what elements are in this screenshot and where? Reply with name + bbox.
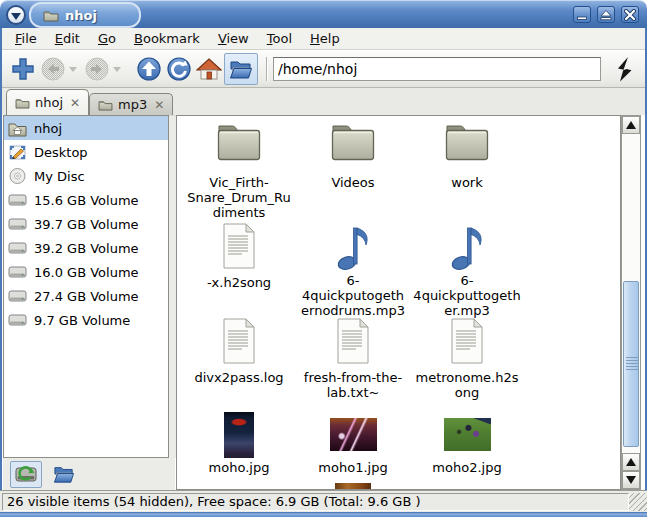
sidebar-item-volume-3[interactable]: 39.2 GB Volume xyxy=(4,236,168,260)
hard-drive-icon xyxy=(8,265,27,279)
status-bar: 26 visible items (54 hidden), Free space… xyxy=(0,490,647,512)
folder-icon xyxy=(329,122,377,164)
file-item[interactable]: Videos xyxy=(296,122,410,222)
forward-arrow-icon xyxy=(84,56,110,82)
sidebar-item-my-disc[interactable]: My Disc xyxy=(4,164,168,188)
menu-edit[interactable]: Edit xyxy=(46,29,89,48)
folder-icon xyxy=(443,122,491,164)
window-title: nhoj xyxy=(65,8,97,23)
quick-tool-button[interactable] xyxy=(609,54,639,84)
sidebar-item-volume-2[interactable]: 39.7 GB Volume xyxy=(4,212,168,236)
new-tab-button[interactable] xyxy=(8,54,38,84)
sidebar-item-volume-1[interactable]: 15.6 GB Volume xyxy=(4,188,168,212)
scroll-up-button-bottom[interactable] xyxy=(622,453,640,471)
file-item[interactable]: divx2pass.log xyxy=(182,317,296,409)
scroll-up-button[interactable] xyxy=(622,116,640,134)
file-name: -x.h2song xyxy=(184,275,294,290)
sidebar-item-label: My Disc xyxy=(34,169,85,184)
file-item[interactable]: moho1.jpg xyxy=(296,409,410,487)
sidebar-item-volume-4[interactable]: 16.0 GB Volume xyxy=(4,260,168,284)
text-file-icon xyxy=(220,317,258,365)
file-item[interactable]: work xyxy=(410,122,524,222)
menu-view[interactable]: View xyxy=(209,29,258,48)
toolbar-separator xyxy=(266,57,267,81)
scrollbar-grip xyxy=(626,357,638,371)
pane-splitter[interactable] xyxy=(169,115,176,458)
file-manager-window: nhoj File Edit xyxy=(0,0,647,517)
resize-grip-icon[interactable] xyxy=(629,493,647,511)
home-folder-icon xyxy=(8,120,27,137)
open-folder-button[interactable] xyxy=(224,53,258,85)
text-file-icon xyxy=(220,222,258,270)
scroll-down-button[interactable] xyxy=(622,471,640,489)
file-item[interactable]: 6-4quickputogethernodrums.mp3 xyxy=(296,222,410,317)
file-name: Videos xyxy=(298,175,408,190)
folder-icon xyxy=(43,9,59,22)
window-menu-button[interactable] xyxy=(6,5,26,25)
file-item[interactable]: moho2.jpg xyxy=(410,409,524,487)
menu-bookmark[interactable]: Bookmark xyxy=(125,29,209,48)
file-name: metronome.h2song xyxy=(412,370,522,400)
address-bar-input[interactable] xyxy=(273,57,601,81)
up-arrow-icon xyxy=(626,121,636,129)
menu-tool[interactable]: Tool xyxy=(258,29,301,48)
minimize-button[interactable] xyxy=(573,6,591,23)
cd-disc-icon xyxy=(8,167,27,185)
file-item[interactable]: moho.jpg xyxy=(182,409,296,487)
down-arrow-icon xyxy=(626,476,636,484)
title-bar[interactable]: nhoj xyxy=(0,0,647,28)
menu-file[interactable]: File xyxy=(6,29,46,48)
back-button[interactable] xyxy=(38,54,68,84)
text-file-icon xyxy=(448,317,486,365)
file-name: Vic_Firth-Snare_Drum_Rudiments xyxy=(184,175,294,220)
reload-icon xyxy=(166,56,192,82)
sidebar-item-volume-6[interactable]: 9.7 GB Volume xyxy=(4,308,168,332)
tab-close-icon[interactable]: ✕ xyxy=(154,98,164,112)
file-name: 6-4quickputtogether.mp3 xyxy=(412,273,522,318)
file-item[interactable]: -x.h2song xyxy=(182,222,296,317)
tab-label: nhoj xyxy=(35,95,63,110)
sidebar-item-volume-5[interactable]: 27.4 GB Volume xyxy=(4,284,168,308)
forward-dropdown-icon[interactable] xyxy=(113,67,121,72)
image-thumbnail xyxy=(224,412,254,458)
menu-go[interactable]: Go xyxy=(89,29,125,48)
file-item[interactable]: Vic_Firth-Snare_Drum_Rudiments xyxy=(182,122,296,222)
up-arrow-icon xyxy=(136,56,162,82)
tab-nhoj[interactable]: nhoj ✕ xyxy=(6,89,89,115)
toolbar xyxy=(2,51,645,88)
plus-icon xyxy=(10,56,36,82)
text-file-icon xyxy=(334,317,372,365)
file-name: work xyxy=(412,175,522,190)
sidebar-item-desktop[interactable]: Desktop xyxy=(4,140,168,164)
file-item[interactable]: fresh-from-the-lab.txt~ xyxy=(296,317,410,409)
sidebar-item-nhoj[interactable]: nhoj xyxy=(4,116,168,140)
tab-mp3[interactable]: mp3 ✕ xyxy=(89,93,173,115)
hard-drive-icon xyxy=(8,241,27,255)
tab-close-icon[interactable]: ✕ xyxy=(70,96,80,110)
file-item[interactable]: 6-4quickputtogether.mp3 xyxy=(410,222,524,317)
partially-visible-thumbnail xyxy=(335,483,371,490)
hard-drive-icon xyxy=(8,193,27,207)
reload-button[interactable] xyxy=(164,54,194,84)
show-volumes-button[interactable] xyxy=(10,461,42,488)
sidebar-item-label: Desktop xyxy=(34,145,88,160)
close-button[interactable] xyxy=(621,6,639,23)
scrollbar-thumb[interactable] xyxy=(623,281,639,447)
back-dropdown-icon[interactable] xyxy=(69,67,77,72)
tab-bar: nhoj ✕ mp3 ✕ xyxy=(2,88,645,115)
sidebar-item-label: 15.6 GB Volume xyxy=(34,193,139,208)
file-item[interactable]: metronome.h2song xyxy=(410,317,524,409)
window-border-bottom xyxy=(0,512,647,517)
lightning-icon xyxy=(614,56,634,82)
menu-help[interactable]: Help xyxy=(301,29,349,48)
menu-bar: File Edit Go Bookmark View Tool Help xyxy=(2,28,645,50)
forward-button[interactable] xyxy=(82,54,112,84)
maximize-button[interactable] xyxy=(597,6,615,23)
music-note-icon xyxy=(333,222,373,272)
places-sidebar: nhoj Desktop My Disc xyxy=(3,115,169,458)
home-button[interactable] xyxy=(194,54,224,84)
vertical-scrollbar[interactable] xyxy=(621,115,641,490)
up-button[interactable] xyxy=(134,54,164,84)
show-directory-tree-button[interactable] xyxy=(48,461,80,488)
folder-icon xyxy=(215,122,263,164)
